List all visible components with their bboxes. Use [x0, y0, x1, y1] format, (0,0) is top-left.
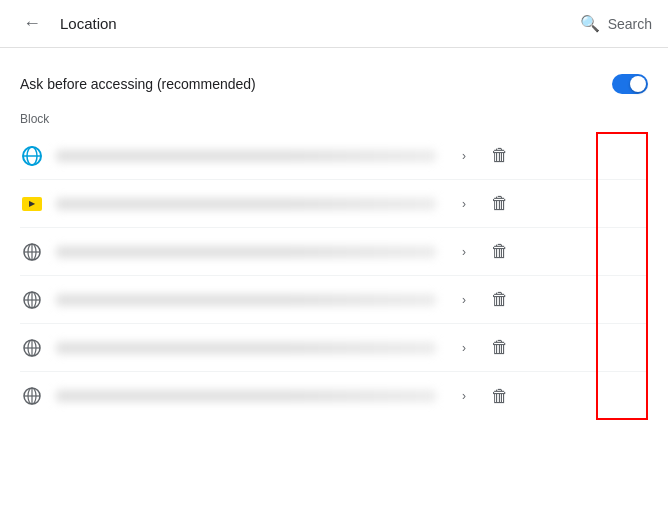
delete-button-3[interactable]: 🗑	[480, 232, 520, 272]
chevron-button-6[interactable]: ›	[448, 380, 480, 412]
chevron-button-5[interactable]: ›	[448, 332, 480, 364]
chevron-button-1[interactable]: ›	[448, 140, 480, 172]
list-items: › 🗑 ▶ › 🗑	[20, 132, 648, 420]
toggle-switch[interactable]	[612, 74, 648, 94]
site-icon-5	[20, 336, 44, 360]
yellow-icon-content: ▶	[29, 199, 35, 208]
globe-icon-5	[22, 338, 42, 358]
globe-icon-6	[22, 386, 42, 406]
chevron-button-4[interactable]: ›	[448, 284, 480, 316]
list-item: ▶ › 🗑	[20, 180, 648, 228]
site-icon-1	[20, 144, 44, 168]
items-container: › 🗑 ▶ › 🗑	[20, 132, 648, 420]
site-name-blur-5	[56, 342, 436, 354]
globe-icon-4	[22, 290, 42, 310]
list-item: › 🗑	[20, 276, 648, 324]
back-button[interactable]: ←	[16, 8, 48, 40]
delete-button-5[interactable]: 🗑	[480, 328, 520, 368]
search-icon: 🔍	[580, 14, 600, 33]
header-left: ← Location	[16, 8, 117, 40]
list-item: › 🗑	[20, 324, 648, 372]
page-title: Location	[60, 15, 117, 32]
list-item: › 🗑	[20, 372, 648, 420]
delete-button-6[interactable]: 🗑	[480, 376, 520, 416]
search-label: Search	[608, 16, 652, 32]
delete-button-4[interactable]: 🗑	[480, 280, 520, 320]
site-name-blur-2	[56, 198, 436, 210]
back-icon: ←	[23, 13, 41, 34]
site-icon-2: ▶	[20, 192, 44, 216]
header: ← Location 🔍 Search	[0, 0, 668, 48]
list-item: › 🗑	[20, 228, 648, 276]
delete-button-2[interactable]: 🗑	[480, 184, 520, 224]
site-name-blur-6	[56, 390, 436, 402]
site-name-blur-1	[56, 150, 436, 162]
list-item: › 🗑	[20, 132, 648, 180]
att-logo-icon	[21, 145, 43, 167]
globe-icon-3	[22, 242, 42, 262]
site-name-blur-3	[56, 246, 436, 258]
content: Ask before accessing (recommended) Block…	[0, 48, 668, 436]
chevron-button-2[interactable]: ›	[448, 188, 480, 220]
toggle-label: Ask before accessing (recommended)	[20, 76, 256, 92]
toggle-row: Ask before accessing (recommended)	[20, 64, 648, 112]
site-icon-6	[20, 384, 44, 408]
site-icon-3	[20, 240, 44, 264]
site-icon-4	[20, 288, 44, 312]
site-name-blur-4	[56, 294, 436, 306]
search-container: 🔍 Search	[580, 14, 652, 33]
delete-button-1[interactable]: 🗑	[480, 136, 520, 176]
chevron-button-3[interactable]: ›	[448, 236, 480, 268]
section-label: Block	[20, 112, 648, 126]
